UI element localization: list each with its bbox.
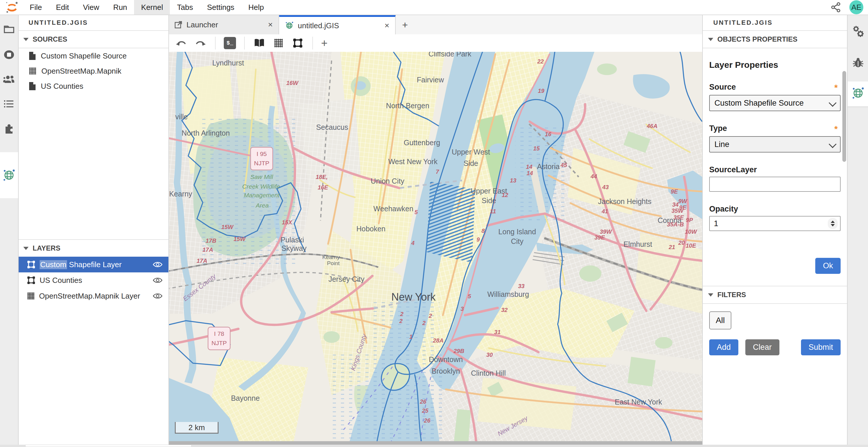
raster-layer-icon [27,292,35,300]
tab-close-icon[interactable]: × [384,21,389,30]
map-label: 17A [197,257,208,264]
layer-row-custom-shapefile[interactable]: Custom Shapefile Layer [18,257,168,272]
layer-properties-form: Layer Properties Source * Custom Shapefi… [703,48,847,447]
filter-add-button[interactable]: Add [709,339,738,355]
menu-view[interactable]: View [76,0,106,14]
source-item-custom-shapefile[interactable]: Custom Shapefile Source [18,48,168,63]
source-select[interactable]: Custom Shapefile Source [709,95,841,111]
table-of-contents-icon[interactable] [3,100,14,109]
tab-close-icon[interactable]: × [268,20,273,29]
new-tab-button[interactable]: + [396,15,414,34]
new-raster-layer-icon[interactable] [272,37,285,49]
map-canvas[interactable]: I 95NJTPI 78NJTP villeLyndhurstCliffside… [168,52,702,441]
left-sidebar-panel: UNTITLED.JGIS SOURCES Custom Shapefile S… [18,15,169,447]
basemap-book-icon[interactable] [253,37,266,49]
stepper-up-icon[interactable] [831,220,835,223]
objects-properties-header[interactable]: OBJECTS PROPERTIES [703,31,847,48]
layer-name: US Counties [40,276,149,285]
menu-edit[interactable]: Edit [49,0,76,14]
map-label: 26 [420,399,427,405]
map-label: 26 [424,417,431,424]
menu-run[interactable]: Run [106,0,134,14]
map-label: 32 [501,307,507,313]
toolbar-add-button[interactable]: + [321,37,328,49]
user-avatar[interactable]: AE [849,0,863,14]
map-label: 19 [538,88,545,94]
tab-label: Launcher [186,21,218,29]
map-label: 11 [490,208,496,214]
map-label: 16 [545,131,552,137]
map-label: 29B [454,348,464,354]
filters-header[interactable]: FILTERS [703,286,847,304]
tab-untitled-jgis[interactable]: untitled.jGIS × [279,15,396,34]
stepper-down-icon[interactable] [831,224,835,227]
layer-name-rest: Shapefile Layer [69,260,122,269]
map-label: Weehawken [373,205,413,213]
console-icon[interactable]: $_ [224,37,236,49]
debugger-icon[interactable] [852,57,864,68]
opacity-input[interactable]: 1 [709,216,841,231]
right-panel-title: UNTITLED.JGIS [703,15,847,31]
layers-section-header[interactable]: LAYERS [18,239,168,257]
map-label: 18E, [315,174,328,180]
map-label: 34 [672,201,679,208]
tab-launcher[interactable]: Launcher × [168,15,279,34]
visibility-eye-icon[interactable] [153,277,163,284]
jupyterlab-window: File Edit View Run Kernel Tabs Settings … [0,0,868,447]
menu-settings[interactable]: Settings [200,0,241,14]
menu-file[interactable]: File [23,0,49,14]
map-label: 14 [527,170,533,176]
map-label: 14 [526,164,532,170]
map-label: 9P [686,217,693,223]
property-inspector-icon[interactable] [852,25,864,38]
map-label: New York [391,291,436,303]
layer-row-openstreetmap[interactable]: OpenStreetMap.Mapnik Layer [18,288,168,304]
number-stepper[interactable] [828,218,838,229]
map-label: North Bergen [386,102,430,110]
sources-list: Custom Shapefile Source OpenStreetMap.Ma… [18,48,168,94]
running-kernels-icon[interactable] [3,49,15,60]
map-label: Secaucus [316,123,348,131]
menu-help[interactable]: Help [241,0,271,14]
jupytergis-panel-icon[interactable] [3,169,16,182]
properties-scrollbar[interactable] [842,71,846,162]
source-item-openstreetmap[interactable]: OpenStreetMap.Mapnik [18,63,168,78]
layer-name: OpenStreetMap.Mapnik Layer [39,291,149,301]
file-browser-icon[interactable] [3,25,14,35]
extension-manager-icon[interactable] [3,124,14,134]
share-icon[interactable] [830,1,842,13]
layer-row-us-counties[interactable]: US Counties [18,272,168,288]
jupytergis-panel-icon[interactable] [852,87,865,100]
collaborators-icon[interactable] [3,74,15,84]
menu-tabs[interactable]: Tabs [170,0,200,14]
layers-header-label: LAYERS [33,240,60,257]
map-label: 8 [482,228,485,234]
filter-logic-select[interactable]: All [709,311,731,330]
sources-section-header[interactable]: SOURCES [18,31,168,48]
map-label: Union City [371,177,404,185]
map-label: Side [482,197,496,205]
objects-properties-label: OBJECTS PROPERTIES [717,31,798,48]
map-label: Elmhurst [624,240,652,248]
map-label: City [511,237,524,245]
map-label: 44 [590,173,597,179]
menu-kernel[interactable]: Kernel [134,0,170,14]
redo-icon[interactable] [194,37,207,49]
vector-layer-icon [27,260,35,269]
type-select[interactable]: Line [709,136,841,152]
undo-icon[interactable] [175,37,188,49]
new-vector-layer-icon[interactable] [291,37,304,49]
ok-button[interactable]: Ok [815,258,841,274]
filter-submit-button[interactable]: Submit [801,339,841,355]
source-item-us-counties[interactable]: US Counties [18,78,168,94]
filter-clear-button[interactable]: Clear [745,339,779,355]
visibility-eye-icon[interactable] [153,293,163,300]
map-label: 43 [602,184,609,190]
source-layer-input[interactable] [709,177,841,192]
map-label: 41 [601,208,608,214]
map-label: 35E [673,214,684,220]
map-label: 35W [671,207,684,214]
svg-text:I 78: I 78 [214,330,224,337]
visibility-eye-icon[interactable] [153,261,163,268]
map-label: 3 [460,306,464,312]
